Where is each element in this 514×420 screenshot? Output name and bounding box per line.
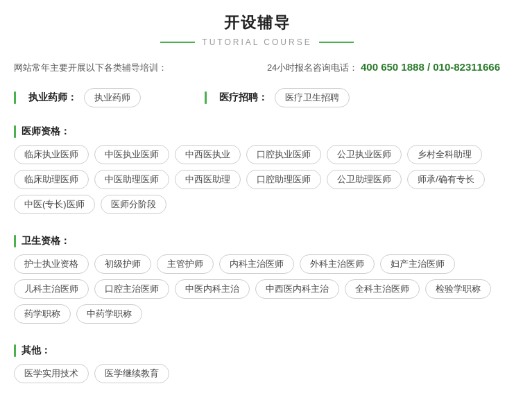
tag-linchuang-zhuanli[interactable]: 临床助理医师 [14, 170, 89, 189]
section-header-other: 其他： [14, 344, 500, 357]
tag-gongwei-zhuanli[interactable]: 公卫助理医师 [327, 170, 402, 189]
tag-yixue-jixu[interactable]: 医学继续教育 [94, 364, 169, 383]
medical-recruit-group: 医疗招聘： 医疗卫生招聘 [205, 88, 350, 107]
page-header: 开设辅导 TUTORIAL COURSE [0, 0, 514, 53]
title-divider: TUTORIAL COURSE [0, 37, 514, 47]
section-title-doctor: 医师资格： [22, 125, 70, 138]
tag-fuchan[interactable]: 妇产主治医师 [380, 254, 455, 274]
section-title-other: 其他： [22, 344, 51, 357]
phone-info: 24小时报名咨询电话： 400 650 1888 / 010-82311666 [267, 61, 500, 74]
title-subtitle: TUTORIAL COURSE [202, 37, 311, 47]
recruit-tags: 医疗卫生招聘 [275, 88, 350, 107]
section-health-qualification: 卫生资格： 护士执业资格 初级护师 主管护师 内科主治医师 外科主治医师 妇产主… [0, 229, 514, 335]
phone-label: 24小时报名咨询电话： [267, 62, 358, 73]
tag-zhongyi-zhuanchang[interactable]: 中医(专长)医师 [14, 195, 95, 214]
tag-linchuang[interactable]: 临床执业医师 [14, 145, 89, 164]
tag-zhongyi-neike[interactable]: 中医内科主治 [175, 279, 250, 299]
section-bar-doctor [14, 125, 16, 138]
tag-yixue-shiyong[interactable]: 医学实用技术 [14, 364, 89, 383]
tag-jianyan[interactable]: 检验学职称 [425, 279, 491, 299]
other-tags-row1: 医学实用技术 医学继续教育 [14, 364, 500, 383]
section-title-health: 卫生资格： [22, 235, 70, 247]
tag-erke[interactable]: 儿科主治医师 [14, 279, 89, 299]
tag-shicheng[interactable]: 师承/确有专长 [407, 170, 485, 189]
phone-number: 400 650 1888 / 010-82311666 [361, 61, 500, 73]
section-bar-pharmacist [14, 91, 16, 104]
section-title-pharmacist: 执业药师： [28, 91, 77, 104]
section-bar-recruit [205, 91, 207, 104]
health-tags-row1: 护士执业资格 初级护师 主管护师 内科主治医师 外科主治医师 妇产主治医师 [14, 254, 500, 274]
info-bar: 网站常年主要开展以下各类辅导培训： 24小时报名咨询电话： 400 650 18… [0, 53, 514, 82]
tag-zhuguan-hushi[interactable]: 主管护师 [157, 254, 214, 274]
page-title: 开设辅导 [0, 12, 514, 33]
tag-gongwei[interactable]: 公卫执业医师 [327, 145, 402, 164]
divider-line-left [160, 42, 195, 43]
tag-yaoxue[interactable]: 药学职称 [14, 304, 71, 324]
tag-zhongyi[interactable]: 中医执业医师 [94, 145, 169, 164]
section-title-recruit: 医疗招聘： [219, 91, 268, 104]
section-header-doctor: 医师资格： [14, 125, 500, 138]
tag-pharmacist[interactable]: 执业药师 [84, 88, 141, 107]
section-header-health: 卫生资格： [14, 235, 500, 247]
tag-medical-recruit[interactable]: 医疗卫生招聘 [275, 88, 350, 107]
pharmacist-group: 执业药师： 执业药师 [14, 88, 141, 107]
divider-line-right [319, 42, 354, 43]
doctor-tags-row2: 临床助理医师 中医助理医师 中西医助理 口腔助理医师 公卫助理医师 师承/确有专… [14, 170, 500, 189]
health-tags-row3: 药学职称 中药学职称 [14, 304, 500, 324]
tag-zhongxiyi[interactable]: 中西医执业 [175, 145, 241, 164]
inline-sections-row: 执业药师： 执业药师 医疗招聘： 医疗卫生招聘 [0, 82, 514, 113]
tag-kouqiang-zhuanli[interactable]: 口腔助理医师 [246, 170, 321, 189]
tag-waike[interactable]: 外科主治医师 [300, 254, 375, 274]
section-other: 其他： 医学实用技术 医学继续教育 [0, 339, 514, 394]
tag-kouqiang[interactable]: 口腔执业医师 [246, 145, 321, 164]
section-bar-other [14, 344, 16, 357]
pharmacist-tags: 执业药师 [84, 88, 141, 107]
tag-zhongxiyi-neike[interactable]: 中西医内科主治 [255, 279, 339, 299]
tag-neike[interactable]: 内科主治医师 [219, 254, 294, 274]
section-doctor-qualification: 医师资格： 临床执业医师 中医执业医师 中西医执业 口腔执业医师 公卫执业医师 … [0, 120, 514, 225]
tag-zhongyao[interactable]: 中药学职称 [76, 304, 142, 324]
tag-zhongxiyi-zhuanli[interactable]: 中西医助理 [175, 170, 241, 189]
tag-zhongyi-zhuanli[interactable]: 中医助理医师 [94, 170, 169, 189]
tag-yishi-fenjieduan[interactable]: 医师分阶段 [101, 195, 166, 214]
doctor-tags-row1: 临床执业医师 中医执业医师 中西医执业 口腔执业医师 公卫执业医师 乡村全科助理 [14, 145, 500, 164]
tag-chujihushi[interactable]: 初级护师 [94, 254, 151, 274]
section-bar-health [14, 235, 16, 247]
health-tags-row2: 儿科主治医师 口腔主治医师 中医内科主治 中西医内科主治 全科主治医师 检验学职… [14, 279, 500, 299]
doctor-tags-row3: 中医(专长)医师 医师分阶段 [14, 195, 500, 214]
tag-xiangcun[interactable]: 乡村全科助理 [407, 145, 482, 164]
tag-hushi[interactable]: 护士执业资格 [14, 254, 89, 274]
tag-kouqiang-zhizhi[interactable]: 口腔主治医师 [94, 279, 169, 299]
tag-quanke[interactable]: 全科主治医师 [345, 279, 420, 299]
info-left-text: 网站常年主要开展以下各类辅导培训： [14, 62, 167, 74]
